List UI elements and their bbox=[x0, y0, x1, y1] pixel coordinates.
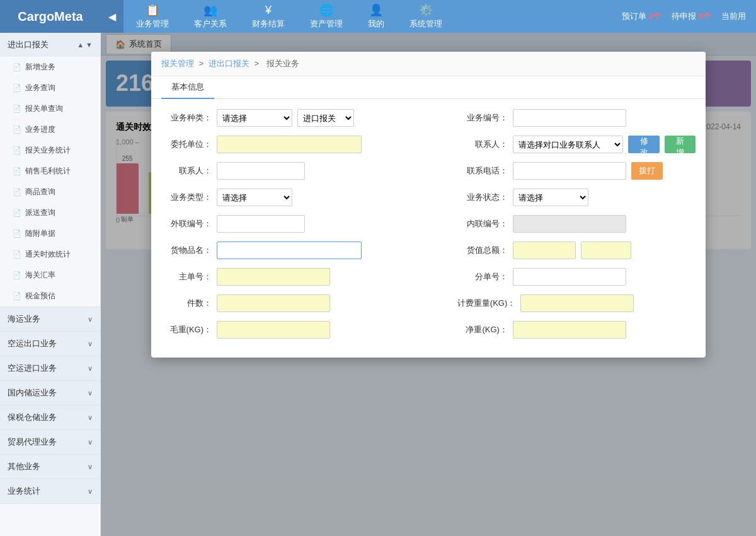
btn-modify[interactable]: 修改 bbox=[628, 136, 659, 153]
sidebar-item-profit[interactable]: 📄 销售毛利统计 bbox=[0, 161, 100, 182]
label-consignee: 委托单位： bbox=[161, 139, 212, 150]
sidebar-item-progress[interactable]: 📄 业务进度 bbox=[0, 119, 100, 140]
sidebar-item-tax-estimate[interactable]: 📄 税金预估 bbox=[0, 286, 100, 306]
breadcrumb-part2[interactable]: 进出口报关 bbox=[209, 59, 249, 68]
select-contact[interactable]: 请选择对口业务联系人 bbox=[513, 136, 624, 153]
input-sub-bill[interactable] bbox=[513, 268, 626, 286]
sidebar-item-business-query[interactable]: 📄 业务查询 bbox=[0, 78, 100, 98]
form-group-biz-status: 业务状态： 请选择 bbox=[457, 189, 696, 206]
sidebar-item-attachments[interactable]: 📄 随附单据 bbox=[0, 223, 100, 244]
nav-item-my[interactable]: 👤 我的 bbox=[355, 0, 397, 33]
form-group-ext-no: 外联编号： bbox=[161, 215, 399, 233]
input-pieces[interactable] bbox=[217, 294, 330, 312]
btn-add[interactable]: 新增 bbox=[665, 136, 696, 153]
sidebar-section-header-air-import[interactable]: 空运进口业务 ∨ bbox=[0, 356, 100, 380]
select-import-type[interactable]: 进口报关 出口报关 bbox=[297, 109, 354, 127]
form-row-1: 业务种类： 请选择 进口报关 出口报关 业务编号： bbox=[161, 109, 696, 127]
sidebar-section-air-import: 空运进口业务 ∨ bbox=[0, 356, 100, 381]
system-icon: ⚙️ bbox=[419, 3, 433, 17]
sidebar-item-stats[interactable]: 📄 报关业务统计 bbox=[0, 140, 100, 161]
input-charge-weight[interactable] bbox=[520, 294, 634, 312]
form-group-biz-type: 业务类型： 请选择 bbox=[161, 189, 399, 206]
input-main-bill[interactable] bbox=[217, 268, 330, 286]
doc-icon-2: 📄 bbox=[13, 84, 21, 92]
select-biz-type[interactable]: 请选择 bbox=[217, 189, 292, 206]
label-goods-name: 货物品名： bbox=[161, 245, 212, 256]
select-biz-kind[interactable]: 请选择 bbox=[217, 109, 292, 127]
expand-icon: ▲ ▼ bbox=[77, 41, 93, 49]
expand-icon-air-import: ∨ bbox=[88, 364, 93, 373]
form-row-4: 业务类型： 请选择 业务状态： 请选择 bbox=[161, 189, 696, 206]
expand-icon-trade: ∨ bbox=[88, 438, 93, 446]
sidebar-section-sea: 海运业务 ∨ bbox=[0, 307, 100, 332]
input-goods-name[interactable] bbox=[217, 242, 362, 259]
app-logo: CargoMeta bbox=[0, 0, 101, 33]
nav-item-finance[interactable]: ¥ 财务结算 bbox=[239, 0, 297, 33]
form-row-3: 联系人： 联系电话： 拨打 bbox=[161, 162, 696, 180]
nav-item-business[interactable]: 📋 业务管理 bbox=[123, 0, 181, 33]
form-row-6: 货物品名： 货值总额： bbox=[161, 242, 696, 259]
modal-dialog: 报关管理 > 进出口报关 > 报关业务 基本信息 bbox=[151, 52, 706, 358]
form-group-goods-value: 货值总额： bbox=[457, 242, 696, 259]
form-group-sub-bill: 分单号： bbox=[457, 268, 696, 286]
sidebar-item-delivery[interactable]: 📄 派送查询 bbox=[0, 202, 100, 223]
input-consignee[interactable] bbox=[217, 136, 362, 153]
label-ext-no: 外联编号： bbox=[161, 218, 212, 230]
form-row-7: 主单号： 分单号： bbox=[161, 268, 696, 286]
form-group-phone: 联系电话： 拨打 bbox=[457, 162, 696, 180]
form-group-biz-no: 业务编号： bbox=[457, 109, 696, 127]
sidebar-section-header-domestic[interactable]: 国内储运业务 ∨ bbox=[0, 381, 100, 405]
assets-icon: 🌐 bbox=[319, 3, 333, 17]
breadcrumb: 报关管理 > 进出口报关 > 报关业务 bbox=[151, 52, 706, 76]
breadcrumb-part1[interactable]: 报关管理 bbox=[161, 59, 194, 68]
form-group-net-weight: 净重(KG)： bbox=[457, 321, 696, 339]
input-contact2[interactable] bbox=[217, 162, 305, 180]
input-ext-no[interactable] bbox=[217, 215, 305, 233]
sidebar-item-goods[interactable]: 📄 商品查询 bbox=[0, 182, 100, 202]
sidebar-item-customs-query[interactable]: 📄 报关单查询 bbox=[0, 98, 100, 119]
doc-icon-3: 📄 bbox=[13, 105, 21, 113]
doc-icon-11: 📄 bbox=[13, 271, 21, 279]
modal-overlay: 报关管理 > 进出口报关 > 报关业务 基本信息 bbox=[101, 33, 756, 536]
form-group-main-bill: 主单号： bbox=[161, 268, 399, 286]
input-int-no[interactable] bbox=[513, 215, 626, 233]
input-net-weight[interactable] bbox=[513, 321, 626, 339]
nav-item-system[interactable]: ⚙️ 系统管理 bbox=[397, 0, 455, 33]
form-group-biz-kind: 业务种类： 请选择 进口报关 出口报关 bbox=[161, 109, 399, 127]
sidebar-section-header-customs[interactable]: 进出口报关 ▲ ▼ bbox=[0, 33, 100, 57]
sidebar-section-header-sea[interactable]: 海运业务 ∨ bbox=[0, 307, 100, 331]
sidebar-section-header-biz-stats[interactable]: 业务统计 ∨ bbox=[0, 479, 100, 503]
form-group-goods-name: 货物品名： bbox=[161, 242, 399, 259]
sidebar-item-clearance-time[interactable]: 📄 通关时效统计 bbox=[0, 244, 100, 265]
modal-tab-basic[interactable]: 基本信息 bbox=[161, 76, 214, 99]
nav-toggle-button[interactable]: ◀ bbox=[101, 0, 123, 33]
label-biz-status: 业务状态： bbox=[457, 192, 508, 203]
input-biz-no[interactable] bbox=[513, 109, 626, 127]
input-gross-weight[interactable] bbox=[217, 321, 330, 339]
sidebar-section-header-other[interactable]: 其他业务 ∨ bbox=[0, 455, 100, 479]
nav-item-crm[interactable]: 👥 客户关系 bbox=[181, 0, 239, 33]
input-goods-value[interactable] bbox=[513, 242, 576, 259]
form-group-consignee: 委托单位： bbox=[161, 136, 399, 153]
select-biz-status[interactable]: 请选择 bbox=[513, 189, 588, 206]
btn-call[interactable]: 拨打 bbox=[631, 162, 663, 180]
breadcrumb-part3: 报关业务 bbox=[266, 59, 299, 68]
nav-item-assets[interactable]: 🌐 资产管理 bbox=[297, 0, 355, 33]
crm-icon: 👥 bbox=[203, 3, 217, 17]
form-group-contact2: 联系人： bbox=[161, 162, 399, 180]
doc-icon-10: 📄 bbox=[13, 250, 21, 259]
sidebar-item-exchange-rate[interactable]: 📄 海关汇率 bbox=[0, 265, 100, 286]
sidebar-section-header-air-export[interactable]: 空运出口业务 ∨ bbox=[0, 332, 100, 356]
input-phone[interactable] bbox=[513, 162, 626, 180]
form-group-int-no: 内联编号： bbox=[457, 215, 696, 233]
input-goods-currency[interactable] bbox=[581, 242, 631, 259]
sidebar-section-domestic: 国内储运业务 ∨ bbox=[0, 381, 100, 405]
content-area: 🏠 系统首页 216 票 438 票 0 票 截止2022-04- bbox=[101, 33, 756, 536]
sidebar-section-other: 其他业务 ∨ bbox=[0, 455, 100, 479]
sidebar-section-header-bonded[interactable]: 保税仓储业务 ∨ bbox=[0, 405, 100, 429]
sidebar-item-new-business[interactable]: 📄 新增业务 bbox=[0, 57, 100, 78]
sidebar-section-trade: 贸易代理业务 ∨ bbox=[0, 430, 100, 455]
sidebar-section-air-export: 空运出口业务 ∨ bbox=[0, 332, 100, 356]
doc-icon-5: 📄 bbox=[13, 146, 21, 154]
sidebar-section-header-trade[interactable]: 贸易代理业务 ∨ bbox=[0, 430, 100, 454]
